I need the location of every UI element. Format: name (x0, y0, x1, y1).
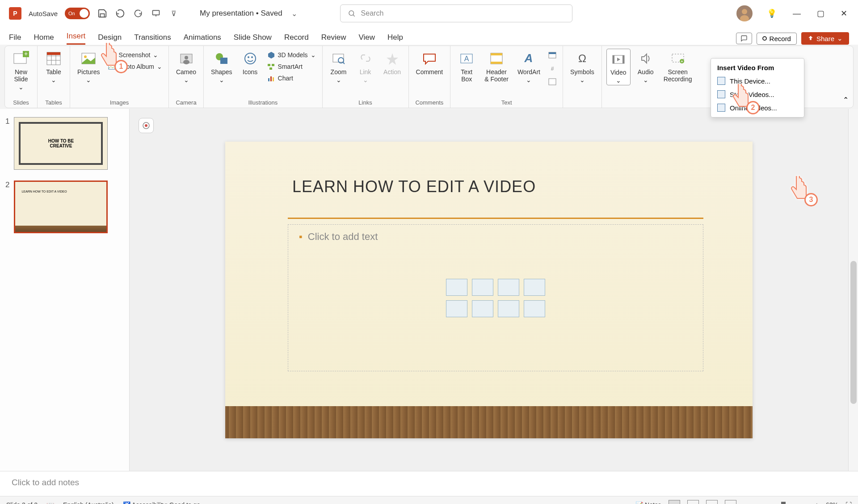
tab-slideshow[interactable]: Slide Show (234, 33, 272, 45)
slide-thumbnail-1[interactable]: HOW TO BE CREATIVE (14, 117, 108, 170)
vertical-scrollbar[interactable] (848, 109, 858, 471)
content-placeholder[interactable]: Click to add text (288, 224, 703, 371)
symbols-icon: Ω (573, 50, 591, 67)
placeholder-text[interactable]: Click to add text (299, 231, 378, 243)
svg-point-2 (349, 11, 354, 16)
zoom-out-icon[interactable]: − (744, 501, 747, 504)
number-icon: # (548, 65, 556, 72)
insert-icon-icon[interactable] (498, 279, 519, 296)
present-icon[interactable] (151, 8, 161, 19)
notes-pane[interactable]: Click to add notes (0, 471, 858, 496)
zoom-button[interactable]: Zoom⌄ (327, 49, 350, 84)
copilot-icon[interactable] (139, 118, 154, 133)
insert-table-icon[interactable] (498, 300, 519, 317)
tab-animations[interactable]: Animations (184, 33, 221, 45)
wordart-button[interactable]: A WordArt⌄ (515, 49, 543, 84)
insert-picture-icon[interactable] (472, 279, 493, 296)
slide-thumbnail-2[interactable]: LEARN HOW TO EDIT A VIDEO (14, 181, 108, 233)
slides-panel[interactable]: 1 HOW TO BE CREATIVE 2 LEARN HOW TO EDIT… (0, 109, 130, 471)
comments-button[interactable] (736, 33, 752, 44)
slideshow-view-icon[interactable] (725, 500, 736, 504)
document-title[interactable]: My presentation • Saved (200, 9, 282, 18)
tab-insert[interactable]: Insert (67, 32, 86, 45)
screen-recording-button[interactable]: + Screen Recording (661, 49, 695, 84)
cameo-button[interactable]: Cameo⌄ (173, 49, 199, 84)
svg-rect-25 (268, 64, 270, 66)
comment-button[interactable]: Comment (413, 49, 446, 76)
user-avatar[interactable] (736, 5, 753, 21)
video-button[interactable]: Video⌄ (606, 49, 631, 85)
zoom-in-icon[interactable]: + (815, 501, 819, 504)
svg-rect-30 (273, 77, 274, 81)
shapes-button[interactable]: Shapes⌄ (208, 49, 235, 84)
slide-canvas[interactable]: LEARN HOW TO EDIT A VIDEO Click to add t… (225, 142, 753, 438)
svg-text:+: + (24, 51, 28, 57)
zoom-icon (330, 50, 348, 67)
tab-file[interactable]: File (9, 33, 21, 45)
slide-indicator[interactable]: Slide 2 of 2 (6, 501, 38, 504)
svg-rect-28 (268, 78, 269, 81)
slide-editor[interactable]: LEARN HOW TO EDIT A VIDEO Click to add t… (130, 109, 848, 471)
language-indicator[interactable]: English (Australia) (63, 501, 114, 504)
tab-review[interactable]: Review (321, 33, 346, 45)
sorter-view-icon[interactable] (687, 500, 699, 504)
close-icon[interactable]: ✕ (839, 7, 849, 20)
record-button[interactable]: Record (757, 33, 797, 45)
insert-video-icon[interactable] (472, 300, 493, 317)
insert-chart-icon[interactable] (524, 300, 545, 317)
svg-rect-12 (47, 52, 60, 55)
undo-icon[interactable] (115, 8, 126, 19)
svg-rect-27 (269, 67, 272, 70)
normal-view-icon[interactable] (669, 500, 680, 504)
audio-button[interactable]: Audio⌄ (634, 49, 657, 84)
date-time-button[interactable] (547, 50, 558, 59)
chart-button[interactable]: Chart (265, 74, 318, 83)
notes-toggle[interactable]: 📝 Notes (635, 501, 661, 504)
symbols-button[interactable]: Ω Symbols⌄ (568, 49, 597, 84)
collapse-ribbon-icon[interactable]: ⌃ (843, 96, 849, 104)
search-input[interactable]: Search (340, 4, 572, 22)
share-button[interactable]: Share⌄ (801, 32, 849, 45)
tab-home[interactable]: Home (34, 33, 54, 45)
redo-icon[interactable] (133, 8, 143, 19)
object-button[interactable] (547, 77, 558, 86)
icons-icon (241, 50, 259, 67)
lightbulb-icon[interactable]: 💡 (765, 7, 778, 20)
insert-stock-image-icon[interactable] (446, 279, 467, 296)
slide-title[interactable]: LEARN HOW TO EDIT A VIDEO (292, 177, 536, 196)
ribbon-tabs: File Home Insert Design Transitions Anim… (0, 27, 858, 45)
video-from-device[interactable]: This Device... (711, 74, 804, 88)
table-button[interactable]: Table⌄ (42, 49, 65, 84)
tab-record[interactable]: Record (284, 33, 309, 45)
tab-help[interactable]: Help (387, 33, 403, 45)
accessibility-indicator[interactable]: ♿ Accessibility: Good to go (123, 501, 200, 504)
audio-icon (637, 50, 655, 67)
fit-to-window-icon[interactable]: ⛶ (845, 501, 852, 504)
new-slide-button[interactable]: + New Slide⌄ (9, 49, 33, 92)
wordart-icon: A (520, 50, 538, 67)
zoom-level[interactable]: 62% (826, 501, 838, 504)
tab-transitions[interactable]: Transitions (134, 33, 171, 45)
autosave-label: AutoSave (29, 10, 58, 17)
tutorial-pointer-3: 3 (787, 176, 810, 203)
insert-smartart-icon[interactable] (524, 279, 545, 296)
textbox-button[interactable]: A Text Box (455, 49, 478, 84)
minimize-icon[interactable]: — (791, 7, 803, 20)
video-stock[interactable]: Stock Videos... (711, 88, 804, 101)
autosave-toggle[interactable]: On (65, 8, 90, 19)
slide-number-button[interactable]: # (547, 64, 558, 73)
search-icon (348, 9, 356, 17)
tab-view[interactable]: View (358, 33, 375, 45)
qat-more-icon[interactable]: ⊽ (168, 8, 179, 19)
insert-cameo-icon[interactable] (446, 300, 467, 317)
workspace: 1 HOW TO BE CREATIVE 2 LEARN HOW TO EDIT… (0, 109, 858, 471)
save-icon[interactable] (97, 8, 108, 19)
smartart-button[interactable]: SmartArt (265, 62, 318, 71)
reading-view-icon[interactable] (706, 500, 718, 504)
icons-button[interactable]: Icons (239, 49, 262, 76)
3d-models-button[interactable]: 3D Models ⌄ (265, 50, 318, 59)
chevron-down-icon[interactable]: ⌄ (291, 9, 297, 18)
maximize-icon[interactable]: ▢ (815, 7, 826, 20)
spellcheck-icon[interactable]: 📖 (46, 501, 54, 504)
header-footer-button[interactable]: Header & Footer (482, 49, 511, 84)
